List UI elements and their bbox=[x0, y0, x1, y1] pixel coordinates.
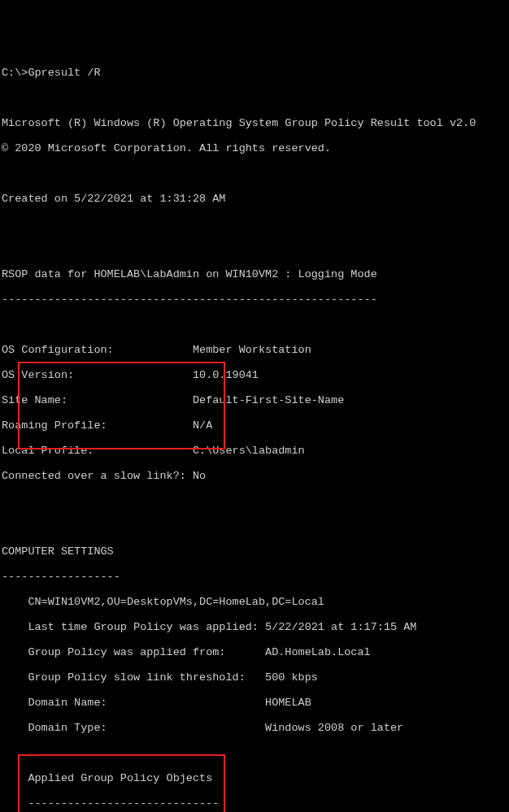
applied-gpo-header-comp: Applied Group Policy Objects bbox=[2, 772, 507, 785]
command-prompt[interactable]: C:\>Gpresult /R bbox=[2, 67, 507, 80]
rsop-header: RSOP data for HOMELAB\LabAdmin on WIN10V… bbox=[2, 268, 507, 281]
comp-dn: CN=WIN10VM2,OU=DesktopVMs,DC=HomeLab,DC=… bbox=[2, 596, 507, 609]
os-config: OS Configuration: Member Workstation bbox=[2, 344, 507, 357]
comp-applied-from: Group Policy was applied from: AD.HomeLa… bbox=[2, 646, 507, 659]
computer-settings-header: COMPUTER SETTINGS bbox=[2, 545, 507, 558]
comp-slow-threshold: Group Policy slow link threshold: 500 kb… bbox=[2, 671, 507, 684]
tool-header-2: © 2020 Microsoft Corporation. All rights… bbox=[2, 142, 507, 155]
comp-domain-type: Domain Type: Windows 2008 or later bbox=[2, 722, 507, 735]
os-version: OS Version: 10.0.19041 bbox=[2, 369, 507, 382]
site-name: Site Name: Default-First-Site-Name bbox=[2, 394, 507, 407]
comp-last-applied: Last time Group Policy was applied: 5/22… bbox=[2, 621, 507, 634]
local-profile: Local Profile: C:\Users\labadmin bbox=[2, 445, 507, 458]
terminal-output: C:\>Gpresult /R Microsoft (R) Windows (R… bbox=[2, 54, 507, 812]
comp-domain-name: Domain Name: HOMELAB bbox=[2, 697, 507, 710]
roaming-profile: Roaming Profile: N/A bbox=[2, 419, 507, 432]
tool-header-1: Microsoft (R) Windows (R) Operating Syst… bbox=[2, 117, 507, 130]
created-on: Created on ‎5/‎22/‎2021 at 1:31:28 AM bbox=[2, 193, 507, 206]
rsop-rule: ----------------------------------------… bbox=[2, 293, 507, 306]
computer-settings-rule: ------------------ bbox=[2, 571, 507, 584]
slow-link: Connected over a slow link?: No bbox=[2, 470, 507, 483]
applied-gpo-rule-comp: ----------------------------- bbox=[2, 797, 507, 810]
